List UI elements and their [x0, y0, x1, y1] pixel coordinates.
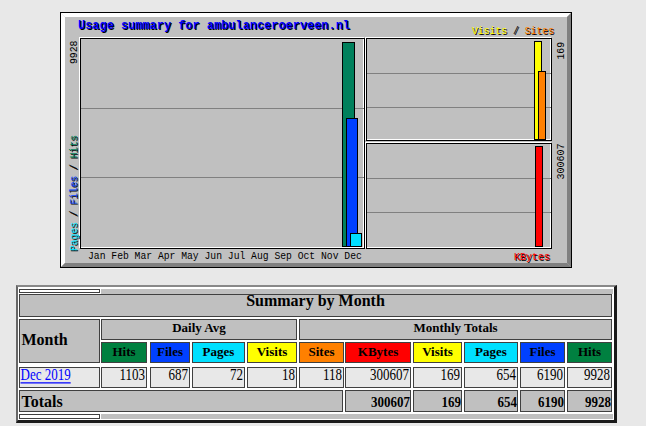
- svg-text:Jun: Jun: [205, 250, 223, 262]
- svg-text:169: 169: [555, 42, 567, 60]
- svg-text:Nov: Nov: [321, 250, 339, 262]
- svg-text:May: May: [181, 250, 199, 262]
- svg-text:9928: 9928: [68, 41, 80, 65]
- svg-text:Visits / Sites: Visits / Sites: [472, 25, 554, 37]
- svg-text:Jul: Jul: [228, 250, 246, 262]
- svg-text:Oct: Oct: [298, 250, 316, 262]
- svg-text:Pages / Files / Hits: Pages / Files / Hits: [68, 135, 80, 251]
- svg-text:Jan: Jan: [88, 250, 106, 262]
- svg-text:Usage summary for ambulanceroe: Usage summary for ambulanceroerveen.nl: [78, 18, 350, 33]
- svg-text:Sep: Sep: [274, 250, 292, 262]
- svg-text:KBytes: KBytes: [514, 251, 550, 263]
- svg-text:Aug: Aug: [251, 250, 269, 262]
- svg-text:300607: 300607: [555, 144, 567, 180]
- svg-text:Mar: Mar: [135, 250, 153, 262]
- svg-text:Feb: Feb: [111, 250, 129, 262]
- svg-text:Apr: Apr: [158, 250, 176, 262]
- svg-text:Dec: Dec: [344, 250, 362, 262]
